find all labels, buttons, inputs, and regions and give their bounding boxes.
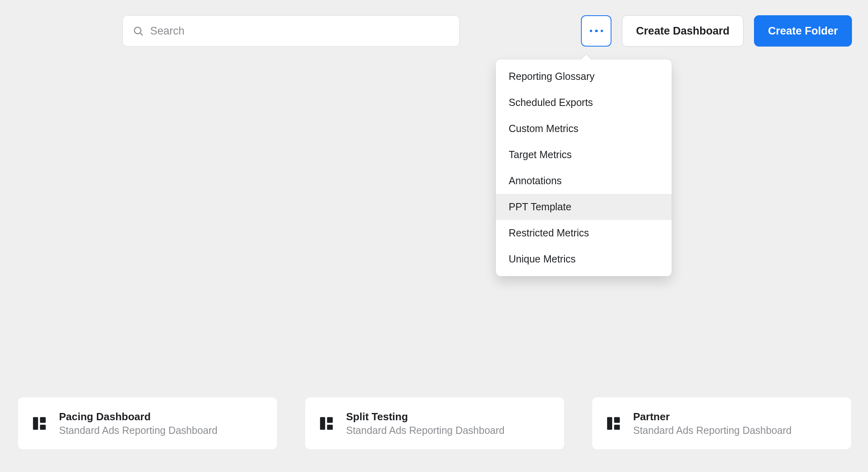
dashboard-icon: [606, 416, 621, 431]
card-text: Partner Standard Ads Reporting Dashboard: [633, 411, 792, 436]
card-title: Split Testing: [346, 411, 505, 423]
svg-rect-9: [614, 417, 620, 423]
svg-line-1: [140, 33, 143, 35]
menu-item-ppt-template[interactable]: PPT Template: [496, 194, 672, 220]
menu-item-reporting-glossary[interactable]: Reporting Glossary: [496, 63, 672, 90]
menu-item-scheduled-exports[interactable]: Scheduled Exports: [496, 90, 672, 116]
dashboard-card-partner[interactable]: Partner Standard Ads Reporting Dashboard: [592, 397, 851, 450]
dashboard-card-pacing[interactable]: Pacing Dashboard Standard Ads Reporting …: [18, 397, 277, 450]
card-subtitle: Standard Ads Reporting Dashboard: [346, 425, 505, 436]
dashboard-card-split-testing[interactable]: Split Testing Standard Ads Reporting Das…: [305, 397, 564, 450]
svg-rect-3: [40, 417, 46, 423]
create-folder-button[interactable]: Create Folder: [754, 15, 852, 47]
menu-item-custom-metrics[interactable]: Custom Metrics: [496, 116, 672, 142]
card-subtitle: Standard Ads Reporting Dashboard: [633, 425, 792, 436]
svg-rect-2: [33, 417, 38, 430]
dashboard-icon: [319, 416, 334, 431]
search-icon: [132, 25, 144, 37]
svg-rect-4: [40, 425, 46, 430]
menu-item-annotations[interactable]: Annotations: [496, 168, 672, 194]
card-title: Partner: [633, 411, 792, 423]
svg-rect-5: [320, 417, 325, 430]
menu-item-restricted-metrics[interactable]: Restricted Metrics: [496, 220, 672, 246]
search-box[interactable]: [122, 15, 460, 47]
svg-rect-10: [614, 425, 620, 430]
card-text: Split Testing Standard Ads Reporting Das…: [346, 411, 505, 436]
menu-item-target-metrics[interactable]: Target Metrics: [496, 142, 672, 168]
more-icon: [590, 30, 603, 33]
card-text: Pacing Dashboard Standard Ads Reporting …: [59, 411, 218, 436]
menu-item-unique-metrics[interactable]: Unique Metrics: [496, 246, 672, 272]
svg-rect-8: [607, 417, 612, 430]
more-options-menu: Reporting Glossary Scheduled Exports Cus…: [496, 59, 672, 276]
dashboard-cards-row: Pacing Dashboard Standard Ads Reporting …: [18, 397, 868, 450]
search-input[interactable]: [150, 25, 450, 37]
card-subtitle: Standard Ads Reporting Dashboard: [59, 425, 218, 436]
svg-rect-7: [327, 425, 333, 430]
card-title: Pacing Dashboard: [59, 411, 218, 423]
topbar: Create Dashboard Create Folder: [122, 15, 852, 47]
dashboard-icon: [32, 416, 47, 431]
more-options-button[interactable]: [581, 15, 611, 47]
create-dashboard-button[interactable]: Create Dashboard: [622, 15, 744, 47]
svg-rect-6: [327, 417, 333, 423]
